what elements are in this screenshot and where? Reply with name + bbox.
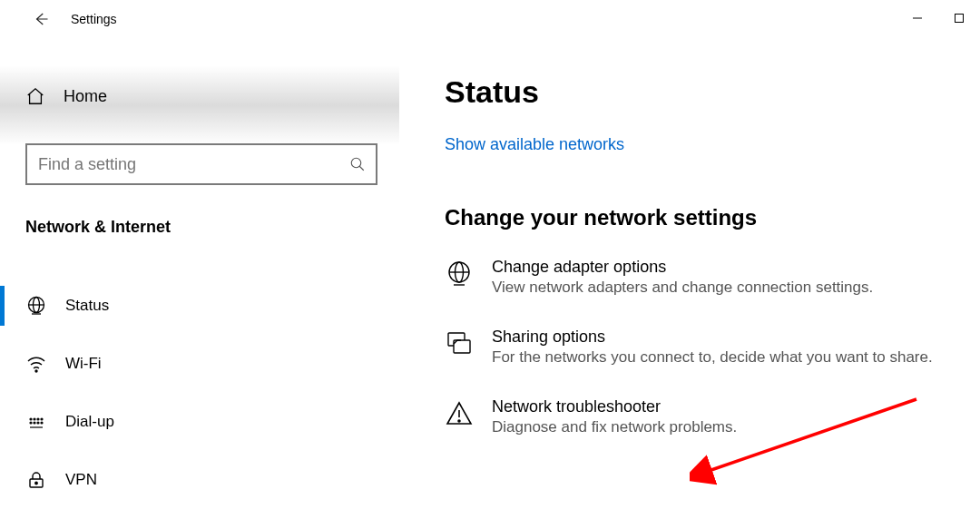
nav-item-wifi[interactable]: Wi-Fi bbox=[0, 335, 399, 393]
option-title: Change adapter options bbox=[492, 258, 873, 277]
svg-point-15 bbox=[37, 422, 39, 424]
search-icon bbox=[339, 156, 376, 172]
sharing-icon bbox=[445, 329, 474, 358]
svg-point-13 bbox=[30, 422, 32, 424]
adapter-icon bbox=[445, 259, 474, 289]
svg-point-11 bbox=[37, 418, 39, 420]
back-button[interactable] bbox=[25, 4, 56, 34]
svg-point-18 bbox=[35, 482, 37, 484]
sidebar: Home Network & Internet bbox=[0, 38, 399, 509]
nav-item-label: Wi-Fi bbox=[65, 355, 102, 373]
option-desc: View network adapters and change connect… bbox=[492, 279, 873, 297]
svg-point-8 bbox=[35, 370, 37, 372]
dialup-icon bbox=[25, 411, 47, 433]
option-desc: Diagnose and fix network problems. bbox=[492, 418, 737, 436]
nav-item-dialup[interactable]: Dial-up bbox=[0, 393, 399, 451]
search-input[interactable] bbox=[27, 155, 339, 174]
nav-item-label: Status bbox=[65, 297, 109, 315]
option-title: Network troubleshooter bbox=[492, 397, 737, 416]
window-title: Settings bbox=[71, 12, 117, 26]
svg-point-10 bbox=[34, 418, 35, 420]
minimize-button[interactable] bbox=[897, 0, 938, 36]
titlebar: Settings bbox=[0, 0, 980, 38]
option-desc: For the networks you connect to, decide … bbox=[492, 348, 933, 367]
option-title: Sharing options bbox=[492, 328, 933, 347]
nav-item-label: VPN bbox=[65, 471, 97, 489]
section-title: Change your network settings bbox=[445, 205, 971, 230]
home-label: Home bbox=[64, 87, 107, 106]
home-button[interactable]: Home bbox=[0, 74, 399, 118]
show-networks-link[interactable]: Show available networks bbox=[445, 135, 971, 154]
option-sharing[interactable]: Sharing options For the networks you con… bbox=[445, 328, 971, 367]
search-box[interactable] bbox=[25, 143, 377, 185]
svg-point-14 bbox=[34, 422, 35, 424]
svg-point-26 bbox=[458, 420, 460, 422]
globe-icon bbox=[25, 295, 47, 317]
nav-item-vpn[interactable]: VPN bbox=[0, 451, 399, 509]
nav-list: Status Wi-Fi bbox=[0, 277, 399, 509]
svg-point-16 bbox=[41, 422, 43, 424]
svg-line-3 bbox=[359, 166, 364, 171]
svg-point-12 bbox=[41, 418, 43, 420]
svg-rect-1 bbox=[956, 15, 964, 23]
svg-point-9 bbox=[30, 418, 32, 420]
home-icon bbox=[25, 86, 45, 106]
troubleshooter-icon bbox=[445, 399, 474, 428]
svg-point-2 bbox=[351, 158, 361, 168]
page-title: Status bbox=[445, 74, 971, 110]
category-header: Network & Internet bbox=[25, 218, 399, 237]
vpn-icon bbox=[25, 469, 47, 491]
option-adapter[interactable]: Change adapter options View network adap… bbox=[445, 258, 971, 297]
wifi-icon bbox=[25, 353, 47, 375]
option-troubleshooter[interactable]: Network troubleshooter Diagnose and fix … bbox=[445, 397, 971, 436]
nav-item-label: Dial-up bbox=[65, 413, 114, 431]
maximize-button[interactable] bbox=[938, 0, 980, 36]
nav-item-status[interactable]: Status bbox=[0, 277, 399, 335]
main-content: Status Show available networks Change yo… bbox=[399, 38, 980, 509]
